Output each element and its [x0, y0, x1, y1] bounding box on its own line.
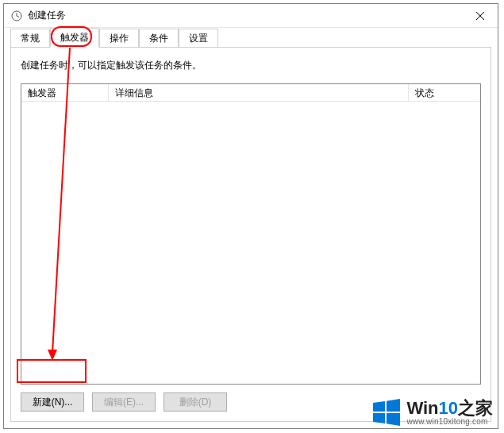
close-icon: [476, 12, 484, 20]
listview-header: 触发器 详细信息 状态: [21, 84, 480, 102]
tab-triggers[interactable]: 触发器: [50, 28, 99, 48]
column-status[interactable]: 状态: [409, 84, 480, 101]
button-row: 新建(N)... 编辑(E)... 删除(D): [21, 392, 481, 412]
tab-actions[interactable]: 操作: [99, 29, 139, 48]
column-details[interactable]: 详细信息: [109, 84, 409, 101]
create-task-window: 创建任务 常规 触发器 操作 条件 设置 创建任务时，可以指定触发该任务的条件。…: [3, 3, 498, 429]
tabstrip: 常规 触发器 操作 条件 设置: [4, 28, 498, 47]
new-button[interactable]: 新建(N)...: [21, 392, 84, 412]
triggers-listview[interactable]: 触发器 详细信息 状态: [21, 83, 481, 385]
tab-panel: 创建任务时，可以指定触发该任务的条件。 触发器 详细信息 状态 新建(N)...…: [10, 47, 491, 422]
window-title: 创建任务: [28, 9, 463, 22]
delete-button[interactable]: 删除(D): [164, 392, 227, 412]
close-button[interactable]: [463, 4, 498, 28]
column-trigger[interactable]: 触发器: [21, 84, 109, 101]
tab-settings[interactable]: 设置: [179, 29, 218, 48]
edit-button[interactable]: 编辑(E)...: [92, 392, 156, 412]
listview-body: [21, 102, 480, 384]
svg-line-2: [17, 16, 19, 17]
tab-general[interactable]: 常规: [10, 29, 50, 48]
panel-description: 创建任务时，可以指定触发该任务的条件。: [21, 59, 481, 72]
clock-icon: [10, 10, 23, 22]
titlebar: 创建任务: [4, 4, 498, 28]
tab-conditions[interactable]: 条件: [139, 29, 179, 48]
